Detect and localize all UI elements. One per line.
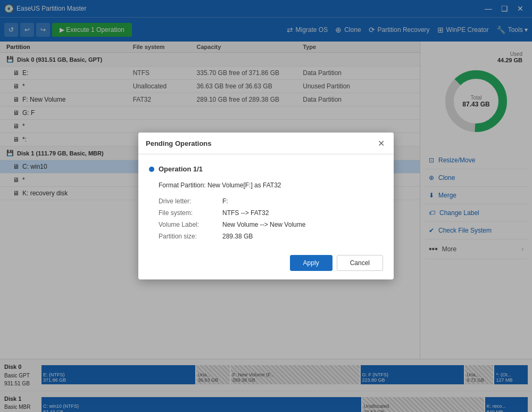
modal-footer: Apply Cancel — [138, 248, 394, 279]
modal-body: Operation 1/1 Format Partition: New Volu… — [138, 154, 394, 248]
op-detail-volume-label: Volume Label: New Volume --> New Volume — [159, 219, 383, 230]
op-detail-value: New Volume --> New Volume — [222, 221, 305, 228]
op-detail-partition-size: Partition size: 289.38 GB — [159, 230, 383, 242]
apply-button[interactable]: Apply — [290, 255, 332, 271]
op-detail-label: Drive letter: — [159, 197, 222, 205]
op-detail-filesystem: File system: NTFS --> FAT32 — [159, 207, 383, 219]
op-detail-label: Volume Label: — [159, 221, 222, 228]
op-detail-value: 289.38 GB — [222, 233, 253, 240]
modal-header: Pending Operations ✕ — [138, 133, 394, 154]
op-detail-value: NTFS --> FAT32 — [222, 209, 269, 217]
op-detail-label: File system: — [159, 209, 222, 217]
operation-details: Format Partition: New Volume[F:] as FAT3… — [149, 182, 383, 242]
cancel-button[interactable]: Cancel — [337, 255, 383, 271]
op-dot-icon — [149, 167, 154, 172]
op-detail-value: F: — [222, 197, 228, 205]
pending-operations-modal: Pending Operations ✕ Operation 1/1 Forma… — [138, 133, 394, 279]
op-detail-drive-letter: Drive letter: F: — [159, 195, 383, 207]
modal-title: Pending Operations — [146, 139, 212, 147]
modal-close-button[interactable]: ✕ — [376, 138, 386, 149]
operation-description: Format Partition: New Volume[F:] as FAT3… — [159, 182, 383, 189]
modal-overlay: Pending Operations ✕ Operation 1/1 Forma… — [0, 0, 532, 412]
op-detail-label: Partition size: — [159, 233, 222, 240]
operation-title: Operation 1/1 — [149, 165, 383, 173]
